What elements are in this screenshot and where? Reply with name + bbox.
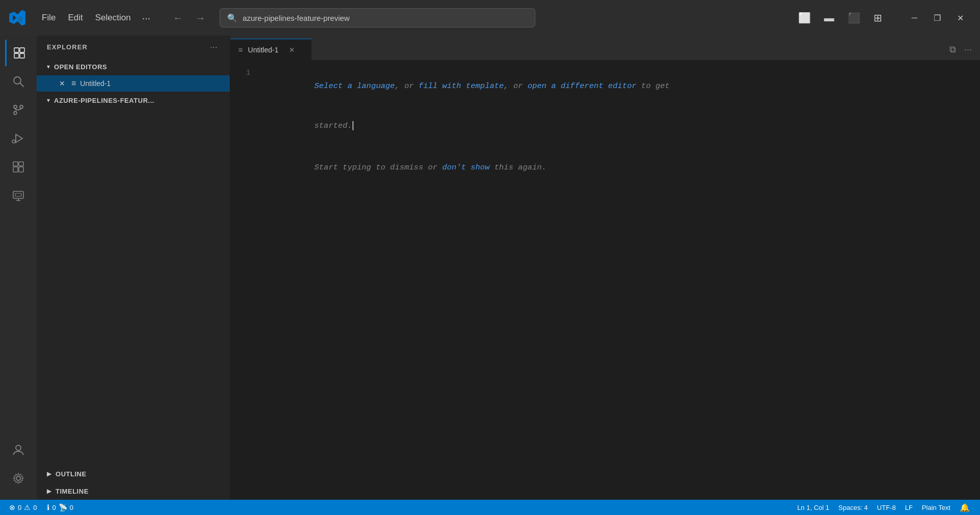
svg-point-20 <box>16 476 20 480</box>
error-count: 0 <box>18 504 21 511</box>
svg-rect-1 <box>20 48 24 52</box>
open-editors-section[interactable]: ▾ OPEN EDITORS <box>37 58 230 75</box>
toggle-panel-button[interactable]: ▬ <box>819 9 839 27</box>
status-bar-right: Ln 1, Col 1 Spaces: 4 UTF-8 LF Plain Tex… <box>793 500 974 515</box>
file-menu[interactable]: File <box>37 11 61 25</box>
warning-icon: ⚠ <box>24 503 31 511</box>
timeline-section[interactable]: ▶ TIMELINE <box>37 482 230 500</box>
activity-settings[interactable] <box>5 465 32 492</box>
tab-name: Untitled-1 <box>248 46 279 54</box>
line-number-1: 1 <box>230 66 259 79</box>
or-text-2: , or <box>504 81 528 91</box>
sidebar: EXPLORER ··· ▾ OPEN EDITORS ✕ ≡ Untitled… <box>37 36 230 500</box>
editor-content: 1 Select a language, or fill with templa… <box>230 60 980 500</box>
this-again-text: this again. <box>489 163 547 172</box>
menu-bar: File Edit Selection ··· <box>37 10 154 26</box>
svg-rect-14 <box>19 162 23 166</box>
hint-line-2: started. <box>267 106 973 146</box>
more-actions-button[interactable]: ··· <box>961 42 975 57</box>
text-cursor <box>352 121 353 130</box>
activity-bar-bottom <box>5 437 32 500</box>
hint-line-1: Select a language, or fill with template… <box>267 66 973 106</box>
or-text-1: , or <box>395 81 419 91</box>
activity-run-debug[interactable] <box>5 125 32 152</box>
svg-rect-15 <box>13 191 23 198</box>
folder-section[interactable]: ▾ AZURE-PIPELINES-FEATUR... <box>37 92 230 109</box>
open-editors-label: OPEN EDITORS <box>54 63 107 71</box>
toggle-primary-sidebar-button[interactable]: ⬜ <box>793 9 816 27</box>
file-item-untitled[interactable]: ✕ ≡ Untitled-1 <box>37 75 230 92</box>
back-button[interactable]: ← <box>169 10 187 26</box>
broadcast-icon: 📡 <box>59 503 67 511</box>
svg-rect-0 <box>14 48 19 52</box>
status-position[interactable]: Ln 1, Col 1 <box>793 500 833 515</box>
status-spaces[interactable]: Spaces: 4 <box>834 500 872 515</box>
title-bar: File Edit Selection ··· ← → 🔍 azure-pipe… <box>0 0 980 36</box>
svg-point-6 <box>14 105 17 108</box>
svg-rect-2 <box>14 53 19 58</box>
tabs-right-actions: ⧉ ··· <box>941 39 980 60</box>
file-close-icon[interactable]: ✕ <box>57 78 67 89</box>
status-errors[interactable]: ⊗ 0 ⚠ 0 <box>6 500 40 515</box>
svg-point-7 <box>14 111 17 115</box>
tab-close-button[interactable]: ✕ <box>287 45 297 55</box>
to-get-text: to get <box>637 81 670 91</box>
started-text: started. <box>314 121 352 130</box>
sidebar-more-button[interactable]: ··· <box>208 40 220 54</box>
window-controls: ─ ❐ ✕ <box>904 10 972 26</box>
status-language[interactable]: Plain Text <box>918 500 955 515</box>
activity-accounts[interactable] <box>5 437 32 463</box>
split-editor-button[interactable]: ⧉ <box>946 42 959 57</box>
no-problems-count: 0 <box>70 504 73 511</box>
forward-button[interactable]: → <box>191 10 209 26</box>
maximize-button[interactable]: ❐ <box>925 10 949 26</box>
selection-menu[interactable]: Selection <box>90 11 136 25</box>
activity-explorer[interactable] <box>5 40 32 66</box>
status-notifications[interactable]: 🔔 <box>956 500 974 515</box>
activity-search[interactable] <box>5 68 32 95</box>
vscode-logo <box>8 9 26 27</box>
svg-point-10 <box>12 140 15 143</box>
select-language-link[interactable]: Select a language <box>314 81 395 91</box>
search-icon: 🔍 <box>227 13 237 23</box>
svg-line-5 <box>20 83 24 87</box>
sidebar-header: EXPLORER ··· <box>37 36 230 58</box>
main-layout: EXPLORER ··· ▾ OPEN EDITORS ✕ ≡ Untitled… <box>0 36 980 500</box>
outline-section[interactable]: ▶ OUTLINE <box>37 465 230 482</box>
status-line-ending[interactable]: LF <box>901 500 917 515</box>
status-encoding[interactable]: UTF-8 <box>873 500 900 515</box>
editor-text-area[interactable]: Select a language, or fill with template… <box>259 60 973 500</box>
status-info[interactable]: ℹ 0 📡 0 <box>44 500 76 515</box>
activity-remote-explorer[interactable] <box>5 182 32 209</box>
warning-count: 0 <box>33 504 37 511</box>
svg-marker-9 <box>16 134 22 142</box>
svg-rect-12 <box>19 167 23 172</box>
open-editor-link[interactable]: open a different editor <box>528 81 637 91</box>
more-menus[interactable]: ··· <box>138 10 155 26</box>
search-bar[interactable]: 🔍 azure-pipelines-feature-preview <box>220 8 535 27</box>
fill-template-link[interactable]: fill with template <box>419 81 504 91</box>
activity-extensions[interactable] <box>5 154 32 180</box>
tab-file-icon: ≡ <box>238 45 243 54</box>
tab-untitled[interactable]: ≡ Untitled-1 ✕ <box>230 39 312 60</box>
file-name-untitled: Untitled-1 <box>80 79 111 88</box>
timeline-chevron: ▶ <box>47 488 51 495</box>
edit-menu[interactable]: Edit <box>63 11 88 25</box>
activity-source-control[interactable] <box>5 97 32 123</box>
search-text: azure-pipelines-feature-preview <box>242 14 349 22</box>
tabs-bar: ≡ Untitled-1 ✕ ⧉ ··· <box>230 36 980 60</box>
minimize-button[interactable]: ─ <box>904 10 925 25</box>
outline-chevron: ▶ <box>47 470 51 477</box>
info-icon: ℹ <box>47 503 49 511</box>
close-button[interactable]: ✕ <box>949 10 972 26</box>
dont-show-link[interactable]: don't show <box>442 163 489 172</box>
folder-chevron: ▾ <box>47 97 50 104</box>
svg-rect-11 <box>13 167 18 172</box>
vertical-scrollbar[interactable] <box>973 60 980 500</box>
start-typing-text: Start typing to dismiss or <box>314 163 442 172</box>
toggle-secondary-sidebar-button[interactable]: ⬛ <box>842 9 865 27</box>
status-bar-left: ⊗ 0 ⚠ 0 ℹ 0 📡 0 <box>6 500 76 515</box>
customize-layout-button[interactable]: ⊞ <box>868 9 887 27</box>
bell-icon: 🔔 <box>960 503 970 512</box>
error-icon: ⊗ <box>9 503 15 511</box>
